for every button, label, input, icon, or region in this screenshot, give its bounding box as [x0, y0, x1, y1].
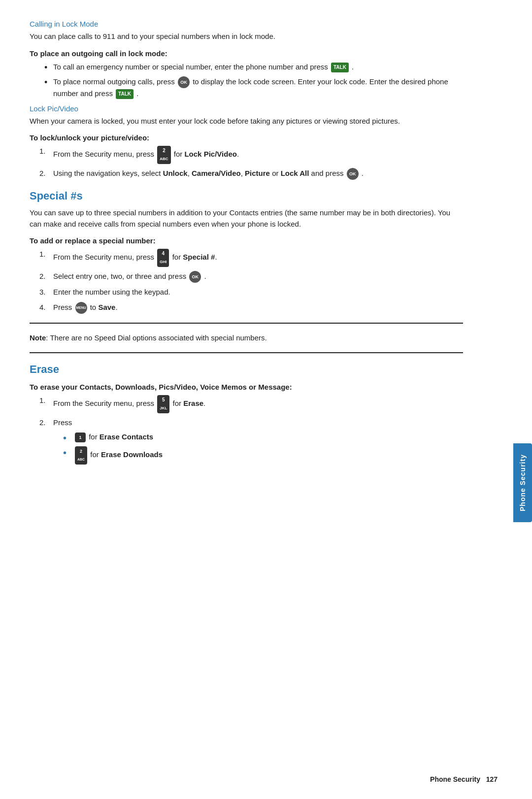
lock-unlock-steps: From the Security menu, press 2ABC for L…	[39, 146, 463, 180]
special-s4-after: to Save.	[90, 303, 118, 311]
calling-lock-body: You can place calls to 911 and to your s…	[30, 31, 463, 42]
special-step-4: Press MENUOK to Save.	[39, 302, 463, 314]
lock-pic-body: When your camera is locked, you must ent…	[30, 116, 463, 127]
step1-lock-before: From the Security menu, press	[53, 150, 156, 159]
talk-btn-icon-2: TALK	[116, 89, 133, 99]
side-tab-label: Phone Security	[519, 454, 527, 511]
bullet2-text-after: .	[136, 89, 138, 98]
erase-press-bullets: 1 for Erase Contacts 2ABC for Erase Down…	[63, 432, 463, 465]
calling-in-lock-mode-link[interactable]: Calling in Lock Mode	[30, 20, 463, 28]
outgoing-call-bullets: To call an emergency number or special n…	[44, 62, 463, 100]
ok-btn-icon-2: OK	[347, 168, 359, 180]
erase-s1-after: for Erase.	[173, 400, 206, 408]
page-title-footer: Phone Security	[430, 775, 480, 783]
page-content: Calling in Lock Mode You can place calls…	[0, 0, 493, 499]
note-box: Note: There are no Speed Dial options as…	[30, 333, 463, 344]
bullet1-text-before: To call an emergency number or special n…	[53, 63, 328, 71]
special-hs-body: You can save up to three special numbers…	[30, 207, 463, 230]
bullet-item-1: To call an emergency number or special n…	[44, 62, 463, 73]
step1-lock-after: for Lock Pic/Video.	[174, 150, 239, 159]
divider-top	[30, 323, 463, 324]
btn-2-abc: 2ABC	[157, 146, 170, 164]
lock-unlock-heading: To lock/unlock your picture/video:	[30, 133, 463, 142]
step-lock-2: Using the navigation keys, select Unlock…	[39, 168, 463, 180]
page-footer: Phone Security 127	[430, 775, 498, 783]
page-number: 127	[486, 775, 498, 783]
note-text: : There are no Speed Dial options associ…	[46, 333, 266, 342]
side-tab: Phone Security	[513, 443, 532, 522]
special-hs-steps: From the Security menu, press 4GHI for S…	[39, 249, 463, 314]
outgoing-call-heading: To place an outgoing call in lock mode:	[30, 49, 463, 58]
special-s4-before: Press	[53, 303, 74, 311]
special-step-3: Enter the number using the keypad.	[39, 287, 463, 298]
special-step-1: From the Security menu, press 4GHI for S…	[39, 249, 463, 267]
menu-ok-btn-icon: MENUOK	[75, 302, 87, 314]
special-s1-after: for Special #.	[172, 253, 217, 262]
special-s2-end: .	[204, 272, 206, 280]
btn-2-erase-downloads: 2ABC	[75, 446, 87, 465]
special-hs-heading: Special #s	[30, 190, 463, 202]
erase-heading: Erase	[30, 363, 463, 376]
talk-btn-icon-1: TALK	[331, 63, 349, 72]
btn-4-ghi: 4GHI	[157, 249, 169, 267]
lock-pic-video-link[interactable]: Lock Pic/Video	[30, 104, 463, 113]
ok-btn-icon-3: OK	[189, 271, 201, 283]
step2-lock-text: Using the navigation keys, select Unlock…	[53, 169, 346, 177]
erase-s1-before: From the Security menu, press	[53, 400, 156, 408]
add-replace-heading: To add or replace a special number:	[30, 236, 463, 245]
erase-step-1: From the Security menu, press 5JKL for E…	[39, 395, 463, 413]
erase-s2-text: Press	[53, 418, 72, 427]
special-s2-text: Select entry one, two, or three and pres…	[53, 272, 188, 280]
btn-1-erase-contacts: 1	[75, 433, 86, 442]
step2-lock-end: .	[362, 169, 364, 177]
erase-contacts-text: for Erase Contacts	[89, 433, 153, 441]
divider-bottom	[30, 352, 463, 353]
ok-btn-icon-1: OK	[178, 76, 190, 88]
step-lock-1: From the Security menu, press 2ABC for L…	[39, 146, 463, 164]
erase-downloads-text: for Erase Downloads	[90, 451, 163, 459]
bullet2-text-before: To place normal outgoing calls, press	[53, 77, 177, 86]
erase-downloads-bullet: 2ABC for Erase Downloads	[63, 446, 463, 465]
special-s1-before: From the Security menu, press	[53, 253, 156, 262]
erase-steps: From the Security menu, press 5JKL for E…	[39, 395, 463, 465]
erase-contacts-bullet: 1 for Erase Contacts	[63, 432, 463, 443]
note-label: Note	[30, 333, 46, 342]
erase-sub-heading: To erase your Contacts, Downloads, Pics/…	[30, 383, 463, 391]
special-s3-text: Enter the number using the keypad.	[53, 288, 170, 296]
btn-5-jkl: 5JKL	[157, 395, 169, 413]
special-step-2: Select entry one, two, or three and pres…	[39, 271, 463, 283]
bullet-item-2: To place normal outgoing calls, press OK…	[44, 76, 463, 100]
bullet1-text-after: .	[352, 63, 354, 71]
erase-step-2: Press 1 for Erase Contacts 2ABC for Eras…	[39, 417, 463, 465]
